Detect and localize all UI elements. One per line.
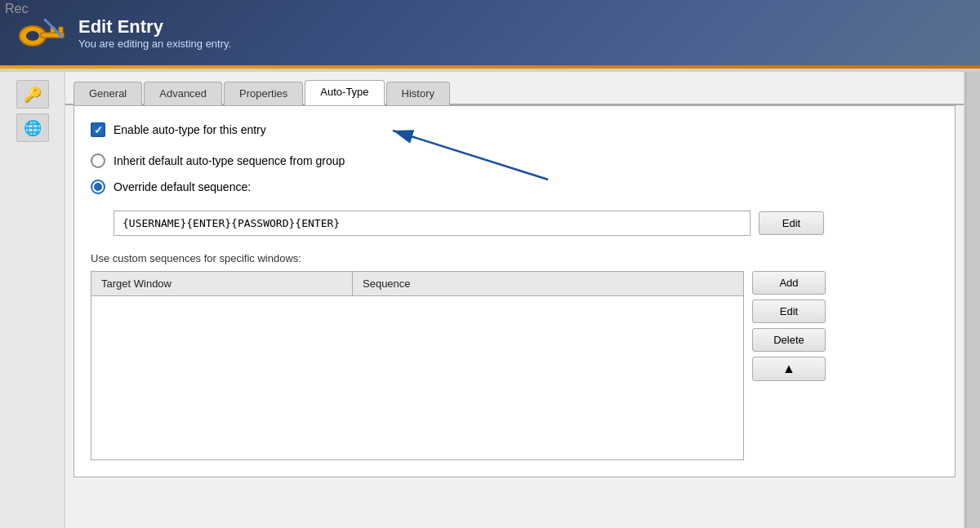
tab-advanced[interactable]: Advanced: [144, 82, 222, 105]
custom-section-label: Use custom sequences for specific window…: [91, 252, 938, 264]
tab-strip: General Advanced Properties Auto-Type Hi…: [65, 72, 964, 105]
sequence-header: Sequence: [353, 272, 421, 295]
dialog-title: Edit Entry: [78, 16, 231, 38]
add-button[interactable]: Add: [752, 271, 826, 295]
dialog-area: General Advanced Properties Auto-Type Hi…: [65, 72, 964, 528]
title-bar: Edit Entry You are editing an existing e…: [0, 0, 980, 65]
up-button[interactable]: ▲: [752, 357, 826, 381]
left-panel-key-item[interactable]: 🔑: [16, 80, 49, 109]
override-label: Override default sequence:: [114, 180, 251, 193]
svg-point-1: [26, 31, 39, 41]
checkbox-checkmark: ✓: [94, 125, 103, 135]
inherit-radio[interactable]: [91, 153, 105, 168]
tab-properties[interactable]: Properties: [224, 82, 303, 105]
scrollbar[interactable]: [965, 72, 980, 528]
title-text-group: Edit Entry You are editing an existing e…: [78, 16, 231, 50]
dialog-subtitle: You are editing an existing entry.: [78, 38, 231, 50]
inherit-radio-row: Inherit default auto-type sequence from …: [91, 153, 938, 168]
custom-sequences-table: Target Window Sequence: [91, 271, 744, 460]
up-arrow-icon: ▲: [782, 362, 795, 375]
rec-partial-text: Rec: [0, 0, 33, 18]
left-panel: 🔑 🌐: [0, 72, 65, 528]
target-window-header: Target Window: [91, 272, 353, 295]
table-header: Target Window Sequence: [91, 272, 743, 296]
svg-rect-4: [59, 27, 63, 33]
tab-auto-type[interactable]: Auto-Type: [305, 80, 384, 105]
inherit-label: Inherit default auto-type sequence from …: [114, 154, 345, 167]
tab-general[interactable]: General: [74, 82, 142, 105]
enable-autotype-row: ✓ Enable auto-type for this entry: [91, 122, 938, 137]
tab-history[interactable]: History: [386, 82, 450, 105]
custom-table-area: Target Window Sequence Add Edit Delete ▲: [91, 271, 938, 460]
content-area: ✓ Enable auto-type for this entry Inheri…: [74, 105, 956, 477]
enable-autotype-label: Enable auto-type for this entry: [114, 123, 266, 136]
override-radio[interactable]: [91, 180, 105, 194]
sequence-input[interactable]: [114, 211, 751, 236]
table-body[interactable]: [91, 296, 743, 459]
override-radio-fill: [94, 183, 102, 191]
table-buttons: Add Edit Delete ▲: [752, 271, 826, 460]
sequence-row: Edit: [114, 211, 938, 236]
left-panel-globe-item[interactable]: 🌐: [16, 113, 49, 142]
sequence-edit-button[interactable]: Edit: [759, 211, 824, 235]
radio-group: Inherit default auto-type sequence from …: [91, 153, 938, 194]
override-radio-row: Override default sequence:: [91, 180, 938, 194]
delete-button[interactable]: Delete: [752, 328, 826, 352]
table-edit-button[interactable]: Edit: [752, 299, 826, 323]
enable-autotype-checkbox[interactable]: ✓: [91, 122, 105, 137]
header-accent-strip: [0, 65, 980, 69]
